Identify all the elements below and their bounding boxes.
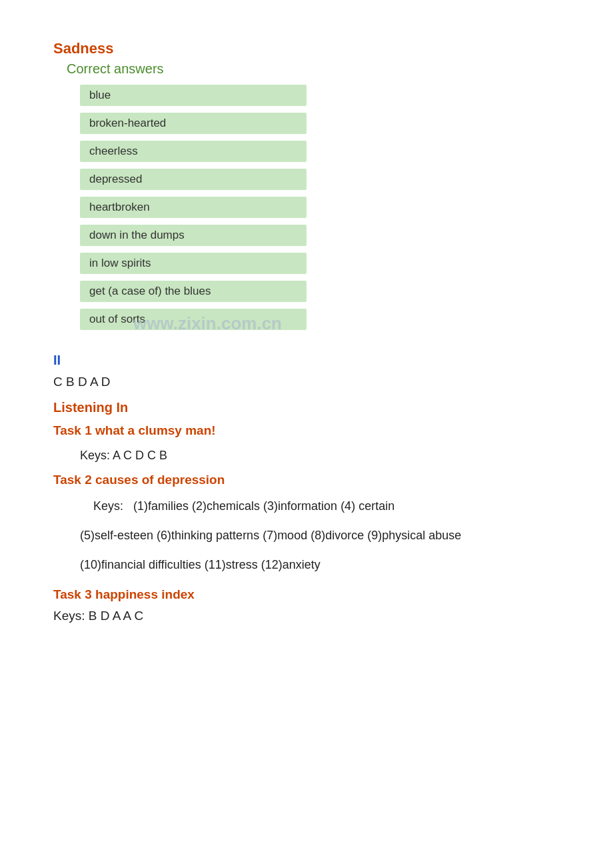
answer-tag-4: depressed (80, 169, 306, 190)
answer-tag-3: cheerless (80, 141, 306, 162)
task2-keys-line3: (10)financial difficulties (11)stress (1… (80, 553, 560, 577)
answer-tag-6: down in the dumps (80, 225, 306, 246)
task3-keys: Keys: B D A A C (53, 609, 560, 623)
task2-keys-line2: (5)self-esteen (6)thinking patterns (7)m… (80, 523, 560, 547)
answer-tags-list: blue broken-hearted cheerless depressed … (53, 85, 560, 337)
answer-tag-9: out of sorts (80, 309, 306, 330)
task1-title: Task 1 what a clumsy man! (53, 423, 560, 438)
task2-keys-line1: (1)families (2)chemicals (3)information … (133, 499, 394, 513)
section-title: Sadness (53, 40, 560, 57)
roman-numeral: II (53, 353, 560, 368)
answer-tag-1: blue (80, 85, 306, 106)
task3-title: Task 3 happiness index (53, 587, 560, 602)
answer-tag-7: in low spirits (80, 253, 306, 274)
task2-keys-intro: Keys: (93, 499, 123, 513)
answer-tag-2: broken-hearted (80, 113, 306, 134)
task2-keys: Keys: (1)families (2)chemicals (3)inform… (93, 494, 560, 518)
answer-tag-8: get (a case of) the blues (80, 281, 306, 302)
listening-in-title: Listening In (53, 400, 560, 415)
task1-keys: Keys: A C D C B (80, 445, 560, 466)
section-container: Sadness Correct answers blue broken-hear… (53, 40, 560, 623)
task2-title: Task 2 causes of depression (53, 473, 560, 487)
correct-answers-label: Correct answers (67, 61, 560, 77)
cbdad-answers: C B D A D (53, 375, 560, 389)
answer-tag-5: heartbroken (80, 197, 306, 218)
